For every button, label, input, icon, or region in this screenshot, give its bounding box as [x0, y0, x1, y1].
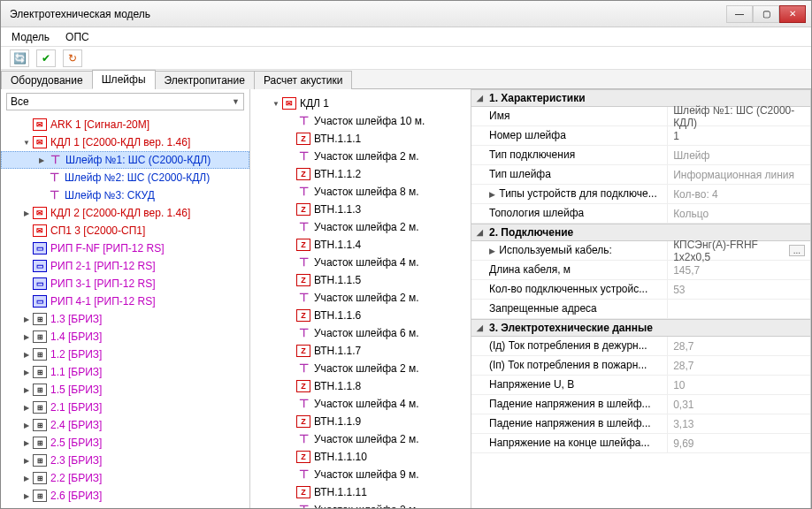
check-button[interactable]: ✔: [36, 49, 56, 67]
expand-icon[interactable]: ▶: [22, 475, 31, 482]
tree-item[interactable]: ▶✉КДЛ 2 [С2000-КДЛ вер. 1.46]: [1, 204, 249, 222]
tree-item-label: ARK 1 [Сигнал-20M]: [50, 118, 149, 131]
tree-item[interactable]: ▶⊤Участок шлейфа 2 м.: [250, 148, 471, 165]
section-electrical[interactable]: ◢3. Электротехнические данные: [471, 319, 810, 337]
tree-item[interactable]: ▶✉ARK 1 [Сигнал-20M]: [1, 116, 249, 133]
tree-item[interactable]: ▶ZВТН.1.1.8: [250, 377, 471, 395]
refresh-button[interactable]: 🔄: [10, 49, 29, 67]
filter-combo[interactable]: Все ▼: [6, 93, 244, 110]
sync-button[interactable]: ↻: [63, 49, 82, 67]
menu-ops[interactable]: ОПС: [65, 31, 89, 43]
workarea: Все ▼ ▶✉ARK 1 [Сигнал-20M]▼✉КДЛ 1 [С2000…: [1, 89, 811, 508]
tree-item[interactable]: ▶ZВТН.1.1.9: [250, 413, 471, 430]
tree-item[interactable]: ▶⊞2.5 [БРИЗ]: [1, 434, 249, 452]
collapse-icon: ◢: [477, 94, 486, 103]
tree-item[interactable]: ▶▭РИП 2-1 [РИП-12 RS]: [1, 257, 249, 275]
tree-item-label: ВТН.1.1.4: [314, 239, 361, 251]
expand-icon[interactable]: ▶: [22, 439, 31, 447]
expand-icon[interactable]: ▶: [22, 351, 31, 359]
expand-icon[interactable]: ▶: [22, 422, 31, 429]
title-bar: Электротехническая модель — ▢ ✕: [1, 1, 811, 27]
tree-item[interactable]: ▶⊤Участок шлейфа 2 м.: [250, 501, 471, 508]
tree-item[interactable]: ▶▭РИП 3-1 [РИП-12 RS]: [1, 275, 249, 292]
tree-item[interactable]: ▶⊞1.3 [БРИЗ]: [1, 310, 249, 328]
expand-icon[interactable]: ▶: [37, 156, 46, 164]
tree-item-label: 1.3 [БРИЗ]: [50, 313, 102, 325]
tree-item[interactable]: ▼✉КДЛ 1 [С2000-КДЛ вер. 1.46]: [1, 133, 249, 151]
tree-item-label: Участок шлейфа 2 м.: [314, 150, 419, 163]
tree-item[interactable]: ▶⊤Участок шлейфа 4 м.: [250, 254, 471, 271]
tree-item[interactable]: ▶⊞1.4 [БРИЗ]: [1, 328, 249, 346]
tree-item-label: Шлейф №3: СКУД: [65, 189, 155, 201]
ellipsis-button[interactable]: ...: [789, 245, 805, 256]
tab-strip: Оборудование Шлейфы Электропитание Расче…: [1, 70, 811, 89]
tree-item[interactable]: ▶ZВТН.1.1.2: [250, 165, 471, 183]
tree-item[interactable]: ▶ZВТН.1.1.3: [250, 201, 471, 218]
tree-item[interactable]: ▶ZВТН.1.1.11: [250, 483, 471, 501]
rod-icon: ⊤: [48, 154, 62, 166]
tab-equipment[interactable]: Оборудование: [1, 71, 93, 89]
close-button[interactable]: ✕: [779, 5, 806, 23]
tree-item[interactable]: ▶ZВТН.1.1.10: [250, 448, 471, 466]
tree-item[interactable]: ▶⊞1.1 [БРИЗ]: [1, 363, 249, 381]
tab-acoustics[interactable]: Расчет акустики: [254, 71, 353, 89]
tree-item[interactable]: ▶ZВТН.1.1.7: [250, 342, 471, 360]
expand-icon[interactable]: ▶: [22, 404, 31, 412]
rod-icon: ⊤: [47, 171, 61, 184]
tree-item[interactable]: ▶⊞2.1 [БРИЗ]: [1, 399, 249, 416]
minimize-button[interactable]: —: [726, 5, 753, 23]
menu-model[interactable]: Модель: [11, 31, 50, 43]
tree-item-label: ВТН.1.1.3: [314, 203, 361, 216]
tree-item-label: РИП 2-1 [РИП-12 RS]: [50, 260, 156, 272]
tree-item[interactable]: ▶⊞2.2 [БРИЗ]: [1, 469, 249, 487]
tree-item[interactable]: ▶⊞1.5 [БРИЗ]: [1, 381, 249, 399]
tree-item[interactable]: ▶⊞2.3 [БРИЗ]: [1, 452, 249, 469]
tree-item[interactable]: ▼✉КДЛ 1: [250, 95, 471, 112]
tree-item-label: Участок шлейфа 10 м.: [314, 115, 425, 127]
expand-icon[interactable]: ▶: [22, 333, 31, 341]
collapse-icon: ◢: [477, 228, 486, 237]
tree-item-label: ВТН.1.1.9: [314, 415, 361, 428]
tree-item[interactable]: ▶⊤Участок шлейфа 2 м.: [250, 289, 471, 307]
loop-tree[interactable]: ▼✉КДЛ 1▶⊤Участок шлейфа 10 м.▶ZВТН.1.1.1…: [250, 89, 471, 508]
expand-icon[interactable]: ▼: [22, 139, 31, 147]
prop-current-fire: (Iп) Ток потребления в пожарн...28,7: [471, 356, 810, 376]
tree-item[interactable]: ▶▭РИП 4-1 [РИП-12 RS]: [1, 292, 249, 310]
tree-item[interactable]: ▶⊞2.4 [БРИЗ]: [1, 416, 249, 434]
prop-connection-type: Тип подключенияШлейф: [471, 146, 810, 165]
tab-loops[interactable]: Шлейфы: [92, 70, 156, 89]
device-tree[interactable]: ▶✉ARK 1 [Сигнал-20M]▼✉КДЛ 1 [С2000-КДЛ в…: [1, 114, 249, 508]
tree-item[interactable]: ▶✉СП1 3 [С2000-СП1]: [1, 222, 249, 239]
prop-loop-type: Тип шлейфаИнформационная линия: [471, 165, 810, 185]
tree-item[interactable]: ▶⊤Шлейф №2: ШС (С2000-КДЛ): [1, 169, 249, 186]
expand-icon[interactable]: ▶: [22, 315, 31, 323]
tree-item[interactable]: ▶⊤Участок шлейфа 2 м.: [250, 430, 471, 448]
expand-icon[interactable]: ▶: [22, 457, 31, 465]
tree-item[interactable]: ▶▭РИП F-NF [РИП-12 RS]: [1, 239, 249, 257]
tree-item[interactable]: ▶⊞1.2 [БРИЗ]: [1, 346, 249, 363]
tree-item[interactable]: ▶ZВТН.1.1.4: [250, 236, 471, 254]
tree-item[interactable]: ▶⊤Участок шлейфа 2 м.: [250, 360, 471, 377]
tree-item[interactable]: ▶ZВТН.1.1.6: [250, 307, 471, 324]
expand-icon[interactable]: ▶: [22, 386, 31, 394]
z-icon: Z: [296, 345, 310, 357]
tree-item[interactable]: ▶⊤Участок шлейфа 2 м.: [250, 218, 471, 236]
collapse-icon: ◢: [477, 323, 486, 332]
expand-icon[interactable]: ▼: [272, 100, 280, 108]
tree-item[interactable]: ▶ZВТН.1.1.5: [250, 271, 471, 289]
tree-item[interactable]: ▶⊤Участок шлейфа 10 м.: [250, 112, 471, 130]
expand-icon[interactable]: ▶: [22, 368, 31, 376]
tree-item[interactable]: ▶⊤Шлейф №3: СКУД: [1, 186, 249, 204]
tree-item[interactable]: ▶ZВТН.1.1.1: [250, 130, 471, 148]
tree-item[interactable]: ▶⊤Участок шлейфа 8 м.: [250, 183, 471, 201]
expand-icon[interactable]: ▶: [22, 209, 31, 217]
tree-item[interactable]: ▶⊤Участок шлейфа 6 м.: [250, 324, 471, 342]
tree-item[interactable]: ▶⊤Шлейф №1: ШС (С2000-КДЛ): [1, 151, 249, 169]
tree-item-label: Шлейф №2: ШС (С2000-КДЛ): [65, 171, 210, 184]
expand-icon[interactable]: ▶: [22, 492, 31, 500]
tree-item[interactable]: ▶⊞2.6 [БРИЗ]: [1, 487, 249, 505]
maximize-button[interactable]: ▢: [753, 5, 779, 23]
tree-item[interactable]: ▶⊤Участок шлейфа 4 м.: [250, 395, 471, 413]
tab-power[interactable]: Электропитание: [155, 71, 255, 89]
tree-item[interactable]: ▶⊤Участок шлейфа 9 м.: [250, 466, 471, 483]
